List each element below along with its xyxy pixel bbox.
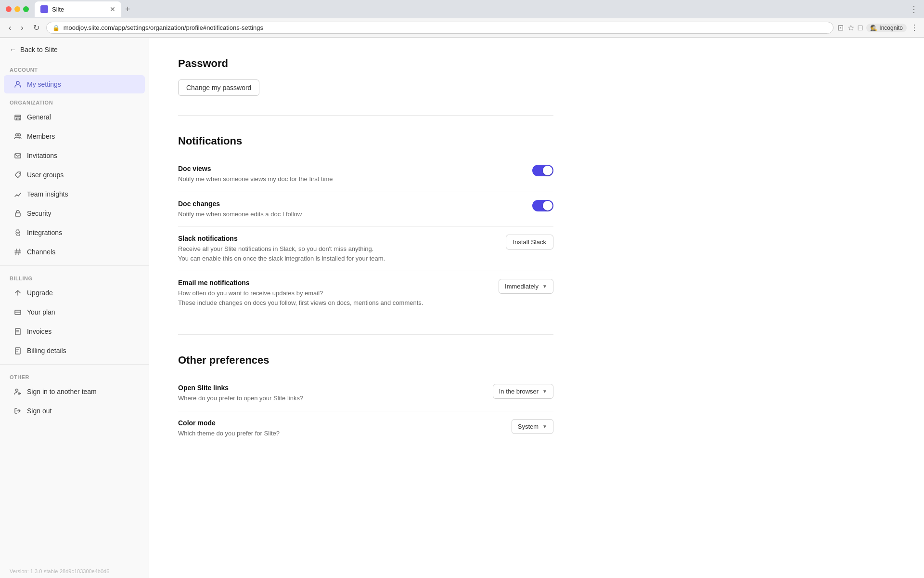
extensions-icon[interactable]: □: [858, 24, 863, 32]
color-mode-chevron: ▼: [542, 424, 547, 429]
color-mode-description: Which theme do you prefer for Slite?: [178, 429, 280, 438]
open-slite-links-description: Where do you prefer to open your Slite l…: [178, 394, 303, 403]
nav-bar: ‹ › ↻ 🔒 moodjoy.slite.com/app/settings/o…: [0, 18, 924, 38]
sidebar-item-general[interactable]: General: [4, 108, 145, 126]
email-frequency-dropdown[interactable]: Immediately ▼: [499, 279, 553, 294]
open-slite-links-title: Open Slite links: [178, 384, 303, 392]
svg-rect-6: [15, 213, 20, 216]
team-insights-label: Team insights: [27, 190, 68, 198]
main-content: Password Change my password Notification…: [149, 38, 924, 578]
minimize-traffic-light[interactable]: [14, 6, 20, 12]
svg-point-3: [18, 134, 21, 136]
user-groups-label: User groups: [27, 171, 64, 179]
sidebar-item-sign-in-another-team[interactable]: Sign in to another team: [4, 382, 145, 401]
sidebar-item-billing-details[interactable]: Billing details: [4, 342, 145, 360]
incognito-avatar: 🕵: [870, 25, 877, 31]
app: ← Back to Slite ACCOUNT My settings ORGA…: [0, 38, 924, 578]
sidebar-item-sign-out[interactable]: Sign out: [4, 402, 145, 420]
new-tab-button[interactable]: +: [121, 2, 134, 16]
members-label: Members: [27, 132, 55, 140]
color-mode-value: System: [518, 423, 539, 430]
address-bar[interactable]: 🔒 moodjoy.slite.com/app/settings/organiz…: [46, 22, 834, 34]
email-frequency-control[interactable]: Immediately ▼: [499, 279, 553, 294]
sidebar-item-user-groups[interactable]: User groups: [4, 166, 145, 184]
color-mode-control[interactable]: System ▼: [512, 419, 553, 434]
back-to-slite-link[interactable]: ← Back to Slite: [0, 38, 149, 61]
cast-icon[interactable]: ⊡: [837, 23, 844, 32]
forward-button[interactable]: ›: [18, 22, 26, 34]
slack-notifications-item: Slack notifications Receive all your Sli…: [178, 227, 553, 271]
close-traffic-light[interactable]: [6, 6, 12, 12]
doc-views-toggle-thumb: [543, 166, 552, 175]
email-notifications-description: How often do you want to receive updates…: [178, 289, 423, 307]
sidebar-item-channels[interactable]: Channels: [4, 243, 145, 261]
reload-button[interactable]: ↻: [30, 21, 42, 34]
email-notifications-item: Email me notifications How often do you …: [178, 271, 553, 315]
menu-icon[interactable]: ⋮: [911, 23, 918, 32]
open-slite-links-dropdown[interactable]: In the browser ▼: [493, 384, 553, 399]
open-slite-links-item: Open Slite links Where do you prefer to …: [178, 376, 553, 411]
doc-changes-control[interactable]: [532, 200, 553, 211]
email-notifications-text: Email me notifications How often do you …: [178, 279, 423, 307]
other-section-label: OTHER: [0, 368, 149, 382]
url-text: moodjoy.slite.com/app/settings/organizat…: [64, 24, 827, 31]
color-mode-title: Color mode: [178, 419, 280, 427]
sidebar-item-my-settings[interactable]: My settings: [4, 75, 145, 93]
billing-details-label: Billing details: [27, 347, 66, 355]
sidebar-item-invitations[interactable]: Invitations: [4, 146, 145, 165]
open-slite-links-control[interactable]: In the browser ▼: [493, 384, 553, 399]
sidebar-item-your-plan[interactable]: Your plan: [4, 303, 145, 321]
slack-notifications-control[interactable]: Install Slack: [506, 235, 553, 250]
traffic-lights: [0, 2, 35, 16]
upgrade-label: Upgrade: [27, 289, 53, 297]
browser-chrome: Slite ✕ + ⋮ ‹ › ↻ 🔒 moodjoy.slite.com/ap…: [0, 0, 924, 38]
tag-icon: [13, 171, 22, 179]
lock-icon: [13, 209, 22, 218]
back-arrow-icon: ←: [10, 46, 16, 53]
credit-card-icon: [13, 308, 22, 316]
general-label: General: [27, 113, 51, 121]
bookmark-icon[interactable]: ☆: [847, 23, 854, 32]
organization-section-label: ORGANIZATION: [0, 94, 149, 107]
open-slite-links-chevron: ▼: [542, 389, 547, 394]
doc-changes-item: Doc changes Notify me when someone edits…: [178, 192, 553, 227]
doc-views-toggle[interactable]: [532, 165, 553, 176]
change-password-button[interactable]: Change my password: [178, 79, 259, 96]
version-label: Version: 1.3.0-stable-28d9c103300e4b0d6: [0, 565, 149, 578]
sidebar-item-upgrade[interactable]: Upgrade: [4, 284, 145, 302]
svg-point-5: [19, 173, 20, 174]
color-mode-item: Color mode Which theme do you prefer for…: [178, 411, 553, 446]
billing-section-label: BILLING: [0, 270, 149, 283]
integrations-label: Integrations: [27, 229, 62, 236]
sidebar-item-security[interactable]: Security: [4, 204, 145, 223]
people-icon: [13, 132, 22, 141]
tab-row: Slite ✕ + ⋮: [0, 0, 924, 18]
email-notifications-title: Email me notifications: [178, 279, 423, 287]
slack-notifications-text: Slack notifications Receive all your Sli…: [178, 235, 385, 263]
svg-line-8: [19, 249, 19, 255]
fullscreen-traffic-light[interactable]: [23, 6, 29, 12]
notifications-section: Notifications Doc views Notify me when s…: [178, 135, 553, 315]
upgrade-icon: [13, 289, 22, 297]
doc-changes-toggle-thumb: [543, 201, 552, 210]
password-section-title: Password: [178, 57, 553, 70]
active-tab[interactable]: Slite ✕: [35, 1, 121, 17]
tab-favicon: [40, 5, 48, 13]
security-label: Security: [27, 210, 51, 217]
chart-icon: [13, 190, 22, 198]
sidebar-item-invoices[interactable]: Invoices: [4, 322, 145, 341]
exit-icon: [13, 407, 22, 415]
sidebar-item-team-insights[interactable]: Team insights: [4, 185, 145, 203]
sidebar-item-integrations[interactable]: Integrations: [4, 223, 145, 242]
doc-changes-toggle[interactable]: [532, 200, 553, 211]
person-icon: [13, 80, 22, 89]
color-mode-dropdown[interactable]: System ▼: [512, 419, 553, 434]
install-slack-button[interactable]: Install Slack: [506, 235, 553, 250]
doc-views-control[interactable]: [532, 165, 553, 176]
back-button[interactable]: ‹: [6, 22, 14, 34]
sidebar-item-members[interactable]: Members: [4, 127, 145, 145]
invoices-icon: [13, 327, 22, 336]
channels-label: Channels: [27, 248, 55, 256]
building-icon: [13, 113, 22, 121]
tab-close-button[interactable]: ✕: [110, 6, 116, 13]
